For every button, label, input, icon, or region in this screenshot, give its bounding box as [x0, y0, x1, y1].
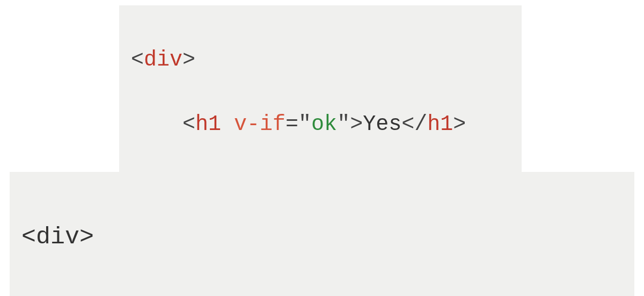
punct-close: >: [182, 48, 195, 72]
punct-gt: >: [453, 112, 466, 136]
quote: ": [337, 112, 350, 136]
code-block-jsx: <div> {ok ? <h1>Yes</h1> : <h1>No</h1>} …: [10, 172, 634, 296]
space: [221, 112, 234, 136]
tag-div: div: [144, 48, 182, 72]
code-line: <div>: [21, 218, 623, 257]
string-ok: ok: [311, 112, 337, 136]
tag-h1-close: h1: [427, 112, 453, 136]
quote: ": [298, 112, 311, 136]
equals: =: [286, 112, 298, 136]
punct-open: <: [131, 48, 144, 72]
tag-h1: h1: [195, 112, 221, 136]
punct-open: <: [182, 112, 195, 136]
punct-gt: >: [350, 112, 363, 136]
indent: [131, 112, 182, 136]
text-yes: Yes: [363, 112, 401, 136]
attr-vif: v-if: [234, 112, 286, 136]
code-line: <h1 v-if="ok">Yes</h1>: [131, 109, 510, 141]
code-line: <div>: [131, 44, 510, 76]
punct-lt: </: [401, 112, 427, 136]
